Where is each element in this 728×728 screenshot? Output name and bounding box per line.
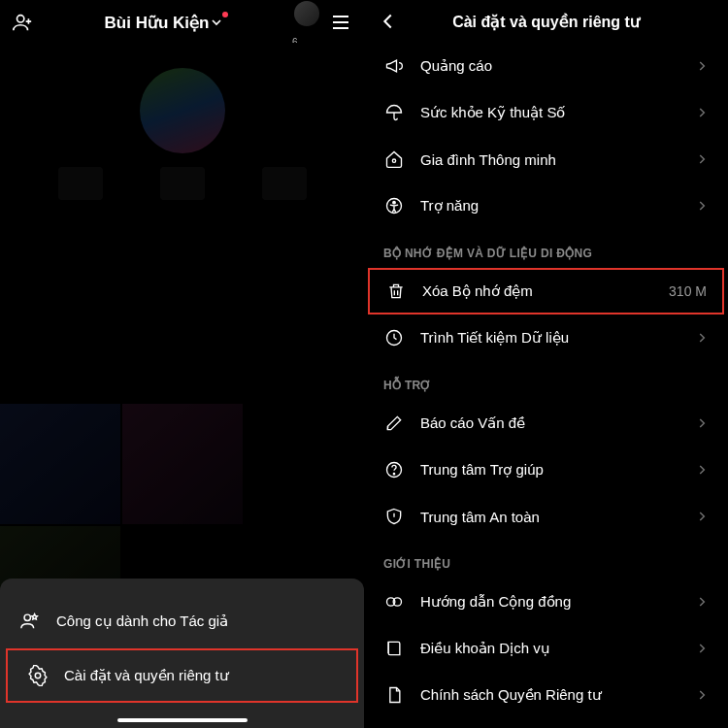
shield-icon xyxy=(383,507,405,526)
section-support: HỖ TRỢ xyxy=(364,361,728,400)
help-icon xyxy=(383,460,405,480)
row-label: Điều khoản Dịch vụ xyxy=(420,640,679,657)
row-accessibility[interactable]: Trợ năng xyxy=(364,182,728,229)
row-safety-center[interactable]: Trung tâm An toàn xyxy=(364,493,728,540)
row-digital-wellbeing[interactable]: Sức khỏe Kỹ thuật Số xyxy=(364,89,728,136)
page-title: Cài đặt và quyền riêng tư xyxy=(364,13,728,31)
chevron-right-icon xyxy=(695,199,709,213)
right-screen: Cài đặt và quyền riêng tư Quảng cáo Sức … xyxy=(364,0,728,728)
svg-point-8 xyxy=(393,474,394,475)
section-about: GIỚI THIỆU xyxy=(364,540,728,579)
gear-icon xyxy=(27,665,49,686)
notification-dot-icon xyxy=(222,12,228,17)
svg-point-1 xyxy=(24,614,30,620)
chevron-right-icon xyxy=(695,510,709,523)
megaphone-icon xyxy=(383,56,405,76)
svg-point-2 xyxy=(35,673,41,678)
chevron-right-icon xyxy=(695,106,709,119)
book-icon xyxy=(383,639,405,658)
row-data-saver[interactable]: Trình Tiết kiệm Dữ liệu xyxy=(364,314,728,361)
add-person-icon xyxy=(12,12,33,33)
settings-list: Quảng cáo Sức khỏe Kỹ thuật Số Gia đình … xyxy=(364,43,728,718)
chevron-right-icon xyxy=(695,152,709,166)
row-label: Gia đình Thông minh xyxy=(420,151,679,168)
back-button[interactable] xyxy=(374,11,403,32)
trash-icon xyxy=(385,281,407,301)
row-report-problem[interactable]: Báo cáo Vấn đề xyxy=(364,400,728,447)
row-privacy-policy[interactable]: Chính sách Quyền Riêng tư xyxy=(364,672,728,718)
chevron-right-icon xyxy=(695,59,709,73)
add-user-button[interactable] xyxy=(12,12,41,33)
menu-button[interactable] xyxy=(329,11,352,34)
left-screen: Bùi Hữu Kiện 6 Công cụ dành cho Tác giả xyxy=(0,0,364,728)
row-clear-cache[interactable]: Xóa Bộ nhớ đệm 310 M xyxy=(368,268,724,314)
svg-point-3 xyxy=(392,159,395,162)
row-label: Báo cáo Vấn đề xyxy=(420,414,679,432)
row-label: Trung tâm An toàn xyxy=(420,509,679,525)
settings-privacy-item[interactable]: Cài đặt và quyền riêng tư xyxy=(6,648,358,703)
chevron-left-icon xyxy=(378,11,399,32)
row-label: Trợ năng xyxy=(420,197,679,215)
username: Bùi Hữu Kiện xyxy=(105,13,210,33)
row-label: Trình Tiết kiệm Dữ liệu xyxy=(420,329,679,347)
row-label: Sức khỏe Kỹ thuật Số xyxy=(420,104,679,121)
row-label: Quảng cáo xyxy=(420,57,679,75)
cache-size: 310 M xyxy=(669,283,707,299)
accessibility-icon xyxy=(383,196,405,215)
row-terms[interactable]: Điều khoản Dịch vụ xyxy=(364,625,728,672)
chevron-right-icon xyxy=(695,463,709,477)
avatar-icon xyxy=(294,1,319,26)
chevron-right-icon xyxy=(695,416,709,430)
creator-tools-item[interactable]: Công cụ dành cho Tác giả xyxy=(0,596,364,646)
row-help-center[interactable]: Trung tâm Trợ giúp xyxy=(364,447,728,493)
profile-header: Bùi Hữu Kiện 6 xyxy=(0,0,364,43)
row-family-pairing[interactable]: Gia đình Thông minh xyxy=(364,136,728,182)
username-dropdown[interactable]: Bùi Hữu Kiện xyxy=(105,13,231,33)
section-cache: BỘ NHỚ ĐỆM VÀ DỮ LIỆU DI ĐỘNG xyxy=(364,229,728,268)
svg-point-0 xyxy=(17,16,24,22)
creator-tools-label: Công cụ dành cho Tác giả xyxy=(56,612,228,630)
settings-privacy-label: Cài đặt và quyền riêng tư xyxy=(64,667,229,684)
svg-point-5 xyxy=(393,201,396,204)
row-community-guidelines[interactable]: Hướng dẫn Cộng đồng xyxy=(364,579,728,625)
document-icon xyxy=(383,685,405,705)
account-switcher[interactable]: 6 xyxy=(294,1,319,44)
hamburger-icon xyxy=(329,11,352,34)
home-icon xyxy=(383,149,405,169)
row-ads[interactable]: Quảng cáo xyxy=(364,43,728,89)
chevron-right-icon xyxy=(695,595,709,609)
umbrella-icon xyxy=(383,103,405,122)
row-label: Xóa Bộ nhớ đệm xyxy=(422,282,653,300)
row-label: Trung tâm Trợ giúp xyxy=(420,461,679,479)
home-indicator xyxy=(117,718,248,722)
row-label: Hướng dẫn Cộng đồng xyxy=(420,593,679,611)
chevron-right-icon xyxy=(695,688,709,702)
settings-header: Cài đặt và quyền riêng tư xyxy=(364,0,728,43)
chevron-right-icon xyxy=(695,331,709,345)
globe-icon xyxy=(383,592,405,612)
chevron-down-icon xyxy=(209,15,224,30)
data-saver-icon xyxy=(383,328,405,347)
bottom-sheet: Công cụ dành cho Tác giả Cài đặt và quyề… xyxy=(0,579,364,728)
chevron-right-icon xyxy=(695,642,709,655)
row-label: Chính sách Quyền Riêng tư xyxy=(420,686,679,704)
pencil-icon xyxy=(383,414,405,433)
creator-tools-icon xyxy=(19,611,41,632)
